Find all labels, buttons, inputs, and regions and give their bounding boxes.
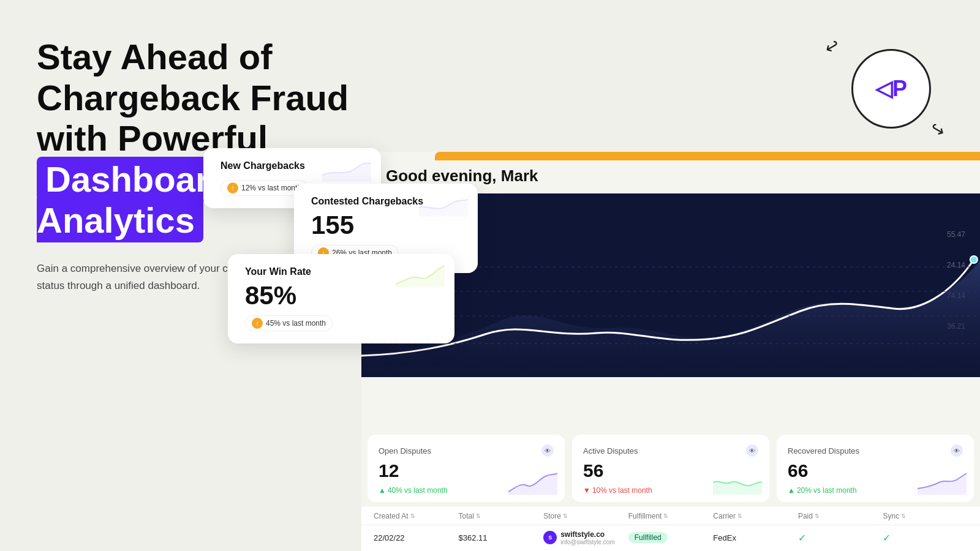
fulfillment-badge: Fullfilled	[628, 532, 668, 543]
eye-icon-open[interactable]: 👁	[541, 444, 554, 457]
yellow-bar	[435, 152, 980, 160]
th-total: Total ⇅	[459, 512, 544, 520]
sort-icon-5: ⇅	[737, 513, 742, 519]
new-chargebacks-mini-chart	[322, 157, 371, 181]
open-disputes-card: Open Disputes 👁 12 ▲ 40% vs last month	[368, 435, 565, 502]
td-created-at: 22/02/22	[374, 533, 459, 542]
td-total: $362.11	[459, 533, 544, 542]
win-rate-card: Your Win Rate 85% ↑ 45% vs last month	[228, 254, 454, 343]
sort-icon-7: ⇅	[901, 513, 906, 519]
th-fulfillment: Fulfillment ⇅	[628, 512, 714, 520]
sort-icon-3: ⇅	[563, 513, 568, 519]
recovered-disputes-sparkline	[918, 470, 967, 495]
down-arrow-icon: ▼	[583, 486, 590, 495]
active-disputes-title: Active Disputes 👁	[583, 444, 758, 457]
th-created-at: Created At ⇅	[374, 512, 459, 520]
sort-icon-2: ⇅	[476, 513, 481, 519]
logo-circle: ◁P	[851, 49, 931, 129]
greeting: Good evening, Mark	[386, 167, 538, 186]
win-rate-mini-chart	[396, 263, 445, 287]
recovered-disputes-title: Recovered Disputes 👁	[788, 444, 963, 457]
td-paid: ✓	[798, 532, 883, 544]
td-carrier: FedEx	[713, 533, 798, 542]
store-info: swiftstyle.co info@swiftstyle.com	[560, 530, 615, 545]
td-fulfillment: Fullfilled	[628, 532, 714, 543]
th-store: Store ⇅	[543, 512, 628, 520]
arrow-left-icon: ↩	[821, 34, 843, 59]
logo-symbol: ◁P	[875, 76, 907, 102]
open-disputes-sparkline	[508, 470, 557, 495]
up-arrow-icon: ▲	[379, 486, 386, 495]
table-header: Created At ⇅ Total ⇅ Store ⇅ Fulfillment…	[361, 507, 980, 525]
th-sync: Sync ⇅	[883, 512, 968, 520]
table-area: Created At ⇅ Total ⇅ Store ⇅ Fulfillment…	[361, 507, 980, 551]
table-row: 22/02/22 $362.11 S swiftstyle.co info@sw…	[361, 525, 980, 550]
sort-icon: ⇅	[410, 513, 415, 519]
eye-icon-recovered[interactable]: 👁	[951, 444, 963, 457]
recovered-disputes-card: Recovered Disputes 👁 66 ▲ 20% vs last mo…	[777, 435, 974, 502]
badge-up-arrow-3: ↑	[252, 318, 263, 329]
th-carrier: Carrier ⇅	[713, 512, 798, 520]
active-disputes-card: Active Disputes 👁 56 ▼ 10% vs last month	[572, 435, 769, 502]
svg-point-0	[970, 256, 978, 263]
arrow-right-icon: ↪	[926, 117, 948, 141]
y-label-1: 55.47	[947, 230, 965, 239]
td-store: S swiftstyle.co info@swiftstyle.com	[543, 530, 628, 545]
up-arrow-icon-2: ▲	[788, 486, 795, 495]
badge-up-arrow-1: ↑	[227, 182, 238, 193]
store-logo: S	[543, 531, 557, 544]
open-disputes-title: Open Disputes 👁	[379, 444, 554, 457]
sort-icon-6: ⇅	[815, 513, 820, 519]
cards-row: Open Disputes 👁 12 ▲ 40% vs last month A…	[368, 435, 974, 502]
td-sync: ✓	[883, 532, 968, 544]
contested-mini-chart	[419, 192, 468, 217]
sort-icon-4: ⇅	[663, 513, 668, 519]
th-paid: Paid ⇅	[798, 512, 883, 520]
active-disputes-sparkline	[713, 470, 762, 495]
eye-icon-active[interactable]: 👁	[746, 444, 758, 457]
win-rate-badge: ↑ 45% vs last month	[245, 315, 333, 331]
